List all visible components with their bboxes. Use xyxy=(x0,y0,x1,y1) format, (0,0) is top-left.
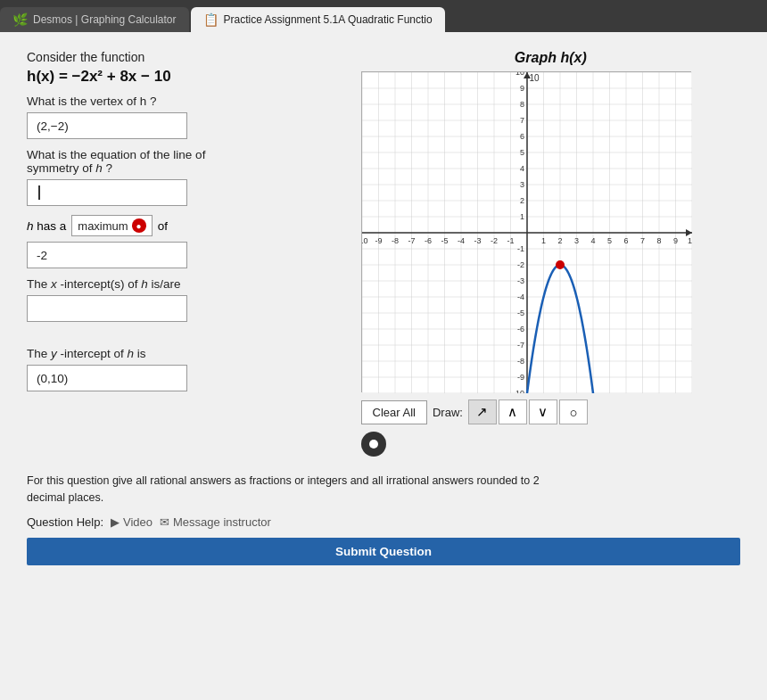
right-panel: Graph h(x) Clear All Draw: ↗ ∧ ∨ ○ xyxy=(361,50,740,457)
tab-desmos[interactable]: 🌿 Desmos | Graphing Calculator xyxy=(0,7,189,32)
left-panel: Consider the function h(x) = −2x² + 8x −… xyxy=(27,50,343,391)
dropdown-icon: ● xyxy=(132,218,146,233)
message-link[interactable]: ✉ Message instructor xyxy=(160,515,271,529)
footer-note: For this question give all rational answ… xyxy=(27,473,562,506)
symmetry-answer-box[interactable] xyxy=(27,179,187,206)
submit-button[interactable]: Submit Question xyxy=(27,538,740,565)
draw-tools: ↗ ∧ ∨ ○ xyxy=(468,399,588,424)
of-text: of xyxy=(158,219,168,233)
x-intercept-question: The x -intercept(s) of h is/are xyxy=(27,277,343,291)
max-min-dropdown[interactable]: maximum ● xyxy=(71,215,152,236)
max-value-answer-box[interactable]: -2 xyxy=(27,242,187,268)
question-help-row: Question Help: ▶ Video ✉ Message instruc… xyxy=(27,515,740,529)
vertex-answer-box[interactable]: (2,−2) xyxy=(27,112,187,139)
cursor xyxy=(38,185,40,200)
draw-tool-line[interactable]: ↗ xyxy=(468,399,497,424)
graph-canvas[interactable] xyxy=(362,72,692,393)
question-help-label: Question Help: xyxy=(27,515,103,529)
video-link[interactable]: ▶ Video xyxy=(111,515,153,529)
x-intercept-answer-box[interactable] xyxy=(27,295,187,322)
y-intercept-label: The y -intercept of h is xyxy=(27,347,343,360)
draw-tool-arch-up[interactable]: ∧ xyxy=(499,399,527,424)
clear-all-button[interactable]: Clear All xyxy=(361,400,427,424)
practice-icon: 📋 xyxy=(203,12,219,27)
graph-container[interactable] xyxy=(361,71,691,392)
symmetry-question: What is the equation of the line ofsymme… xyxy=(27,148,343,175)
video-icon: ▶ xyxy=(111,515,120,529)
message-icon: ✉ xyxy=(160,515,169,529)
dot-button[interactable] xyxy=(361,432,386,457)
desmos-icon: 🌿 xyxy=(12,12,28,27)
draw-tool-circle[interactable]: ○ xyxy=(559,399,588,424)
max-min-row: h has a maximum ● of xyxy=(27,215,343,236)
has-a-text: h has a xyxy=(27,219,66,233)
tab-practice[interactable]: 📋 Practice Assignment 5.1A Quadratic Fun… xyxy=(191,7,445,32)
y-intercept-answer-box[interactable]: (0,10) xyxy=(27,365,187,391)
main-content: Consider the function h(x) = −2x² + 8x −… xyxy=(0,32,767,700)
vertex-question: What is the vertex of h ? xyxy=(27,95,343,108)
dot-inner xyxy=(369,440,378,449)
draw-tool-arch-down[interactable]: ∨ xyxy=(529,399,557,424)
draw-label: Draw: xyxy=(433,406,463,419)
graph-title: Graph h(x) xyxy=(361,50,740,66)
browser-tabs: 🌿 Desmos | Graphing Calculator 📋 Practic… xyxy=(0,0,767,32)
graph-toolbar: Clear All Draw: ↗ ∧ ∨ ○ xyxy=(361,399,740,424)
top-area: Consider the function h(x) = −2x² + 8x −… xyxy=(27,50,740,457)
function-definition: h(x) = −2x² + 8x − 10 xyxy=(27,68,343,86)
dot-button-container xyxy=(361,432,740,457)
consider-text: Consider the function xyxy=(27,50,343,64)
